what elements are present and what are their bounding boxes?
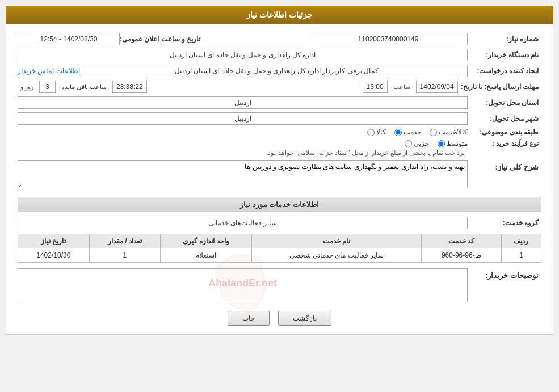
deadline-label: مهلت ارسال پاسخ: تا تاریخ: — [461, 83, 541, 91]
category-label-kala: کالا — [376, 128, 386, 136]
city-row: شهر محل تحویل: اردبیل — [18, 112, 541, 125]
creator-link[interactable]: اطلاعات تماس خریدار — [18, 67, 80, 75]
process-label: نوع فرآیند خرید : — [468, 140, 541, 147]
watermark-text: AhalandEr.net — [21, 272, 464, 289]
category-radio-group: کالا/خدمت خدمت کالا — [367, 128, 468, 136]
process-label-motavasset: متوسط — [447, 140, 468, 147]
process-option-motavasset[interactable]: متوسط — [438, 140, 468, 147]
buyer-org-row: نام دستگاه خریدار: اداره کل راهداری و حم… — [18, 49, 541, 61]
city-value: اردبیل — [18, 112, 468, 125]
cell-date: 1402/10/30 — [18, 248, 90, 263]
cell-unit: استعلام — [161, 248, 252, 263]
services-table: ردیف کد خدمت نام خدمت واحد اندازه گیری ت… — [18, 234, 541, 263]
category-row: طبقه بندی موضوعی: کالا/خدمت خدمت کالا — [18, 128, 541, 136]
buyer-desc-label: توضیحات خریدار: — [468, 268, 541, 280]
cell-quantity: 1 — [89, 248, 160, 263]
col-name: نام خدمت — [251, 234, 421, 248]
col-row: ردیف — [501, 234, 541, 248]
col-qty: تعداد / مقدار — [89, 234, 160, 248]
action-bar: بازگشت چاپ — [18, 311, 541, 326]
description-row: شرح کلی نیاز: — [18, 160, 541, 190]
deadline-date: 1402/09/04 — [416, 81, 458, 93]
category-option-kala[interactable]: کالا — [367, 128, 386, 136]
category-label-kala_khadamat: کالا/خدمت — [439, 128, 468, 136]
deadline-days: 3 — [39, 81, 56, 93]
deadline-remaining-label: ساعت باقی مانده — [61, 83, 107, 91]
need-number-value: 1102003740000149 — [309, 33, 468, 45]
page-title: جزئیات اطلاعات نیاز — [246, 10, 313, 19]
group-label: گروه خدمت: — [468, 219, 541, 227]
category-option-kala_khadamat[interactable]: کالا/خدمت — [430, 128, 468, 136]
date-announce-label: تاریخ و ساعت اعلان عمومی: — [120, 35, 203, 43]
description-textarea[interactable] — [18, 160, 468, 188]
creator-label: ایجاد کننده درخواست: — [468, 67, 541, 75]
buyer-org-value: اداره کل راهداری و حمل و نقل جاده ای است… — [18, 49, 468, 61]
description-container — [18, 160, 468, 190]
need-number-label: شماره نیاز: — [468, 35, 541, 43]
header-row: ردیف کد خدمت نام خدمت واحد اندازه گیری ت… — [18, 234, 541, 248]
table-row: 1ط-96-96-960سایر فعالیت های خدماتی شخصیا… — [18, 248, 541, 263]
province-label: استان محل تحویل: — [468, 99, 541, 107]
group-row: گروه خدمت: سایر فعالیت‌های خدماتی — [18, 217, 541, 229]
deadline-remaining: 23:38:22 — [112, 81, 147, 93]
category-option-khadamat[interactable]: خدمت — [394, 128, 421, 136]
group-value: سایر فعالیت‌های خدماتی — [18, 217, 468, 229]
cell-name: سایر فعالیت های خدماتی شخصی — [251, 248, 421, 263]
creator-row: ایجاد کننده درخواست: کمال برقی کاربرداز … — [18, 65, 541, 77]
buyer-desc-container: AhalandEr.net — [18, 268, 468, 302]
city-label: شهر محل تحویل: — [468, 115, 541, 123]
deadline-time-label: ساعت — [393, 83, 410, 91]
col-unit: واحد اندازه گیری — [161, 234, 252, 248]
description-label: شرح کلی نیاز: — [468, 160, 541, 171]
buyer-desc-box: AhalandEr.net — [18, 268, 468, 302]
process-radio-group: متوسط جزیی — [266, 140, 468, 147]
process-row: نوع فرآیند خرید : متوسط جزیی پرداخت تمام… — [18, 140, 541, 157]
col-code: کد خدمت — [421, 234, 501, 248]
province-row: استان محل تحویل: اردبیل — [18, 96, 541, 109]
cell-row: 1 — [501, 248, 541, 263]
back-button[interactable]: بازگشت — [278, 311, 331, 326]
services-title: اطلاعات خدمات مورد نیاز — [18, 197, 541, 212]
deadline-day-label: روز و — [20, 83, 33, 91]
process-option-jozei[interactable]: جزیی — [405, 140, 429, 147]
process-label-jozei: جزیی — [414, 140, 429, 147]
province-value: اردبیل — [18, 96, 468, 109]
creator-value: کمال برقی کاربرداز اداره کل راهداری و حم… — [86, 65, 468, 77]
category-label: طبقه بندی موضوعی: — [468, 128, 541, 136]
process-note: پرداخت تمام یا بخشی از مبلغ خریدار از مح… — [266, 149, 465, 157]
category-label-khadamat: خدمت — [404, 128, 421, 136]
table-body: 1ط-96-96-960سایر فعالیت های خدماتی شخصیا… — [18, 248, 541, 263]
page-header: جزئیات اطلاعات نیاز — [6, 6, 553, 24]
date-announce-value: 1402/08/30 - 12:54 — [18, 33, 120, 45]
deadline-time: 13:00 — [363, 81, 388, 93]
buyer-desc-row: توضیحات خریدار: AhalandEr.net — [18, 268, 541, 302]
cell-code: ط-96-96-960 — [421, 248, 501, 263]
print-button[interactable]: چاپ — [228, 311, 270, 326]
buyer-org-label: نام دستگاه خریدار: — [468, 51, 541, 59]
deadline-row: مهلت ارسال پاسخ: تا تاریخ: 1402/09/04 سا… — [18, 81, 541, 93]
col-date: تاریخ نیاز — [18, 234, 90, 248]
table-header: ردیف کد خدمت نام خدمت واحد اندازه گیری ت… — [18, 234, 541, 248]
need-number-row: شماره نیاز: 1102003740000149 تاریخ و ساع… — [18, 33, 541, 45]
